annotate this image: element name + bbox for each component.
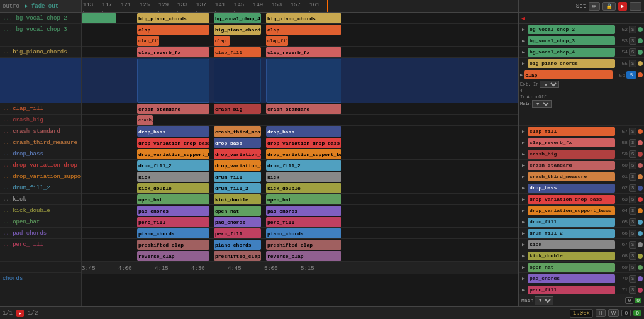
s-btn-kick[interactable]: S (629, 241, 636, 249)
play-icon-crb[interactable]: ▶ (520, 151, 526, 157)
s-btn-cf[interactable]: S (629, 128, 636, 135)
clip[interactable]: drop_bass (137, 126, 209, 137)
clip[interactable]: drop_bass (214, 138, 261, 148)
clip[interactable]: drum_fill_2 (137, 160, 209, 171)
clip[interactable]: clap_reverb_fx (266, 47, 341, 57)
clip[interactable]: clap (137, 25, 209, 35)
play-icon-dvs[interactable]: ▶ (520, 208, 526, 214)
s-btn-dvd[interactable]: S (629, 196, 636, 203)
session-clip-3[interactable]: big_piano_chords (528, 59, 615, 68)
clip[interactable]: drum_fill_2 (266, 160, 341, 171)
clip[interactable]: kick (266, 172, 341, 182)
clip[interactable]: piano_chords (214, 240, 261, 250)
play-icon-3[interactable]: ▶ (520, 60, 526, 67)
session-clip-2[interactable]: bg_vocal_chop_4 (528, 48, 615, 57)
play-icon-pf[interactable]: ▶ (520, 287, 526, 293)
session-clip-pf[interactable]: perc_fill (528, 286, 615, 294)
s-btn-pf[interactable]: S (629, 286, 636, 294)
s-btn-1[interactable]: S (629, 37, 636, 45)
play-icon-dvd[interactable]: ▶ (520, 196, 526, 203)
clip[interactable]: perc_fill (137, 217, 209, 227)
play-icon-db[interactable]: ▶ (520, 185, 526, 191)
clip[interactable]: bg_vocal_chop_4 (214, 13, 261, 23)
clip[interactable]: drop_variation_drop_bass (137, 138, 209, 148)
clip[interactable]: drop_variation_support_bass (137, 149, 209, 159)
s-btn-crt[interactable]: S (629, 173, 636, 181)
clip[interactable]: drop_bass (266, 126, 341, 137)
clip[interactable]: pad_chords (137, 206, 209, 216)
clip[interactable]: open_hat (214, 206, 261, 216)
play-icon-cf[interactable]: ▶ (520, 128, 526, 135)
session-clip-db[interactable]: drop_bass (528, 184, 615, 193)
expand-arrow-btn[interactable]: ◀ (521, 14, 525, 22)
clip[interactable]: piano_chords (137, 228, 209, 238)
clip[interactable]: kick (137, 172, 209, 182)
clip[interactable]: perc_fill (266, 217, 341, 227)
play-icon-0[interactable]: ▶ (520, 26, 526, 33)
play-icon-1[interactable]: ▶ (520, 38, 526, 44)
clip[interactable]: crash_third_measure (214, 126, 261, 137)
record-btn-bottom[interactable]: ▶ (16, 310, 24, 317)
clip[interactable]: kick_double (137, 183, 209, 193)
session-clip-df2[interactable]: drum_fill_2 (528, 229, 615, 238)
clip[interactable]: drum_fill_2 (214, 183, 261, 193)
clip[interactable]: crash_standard (266, 104, 341, 114)
session-clip-1[interactable]: bg_vocal_chop_3 (528, 36, 615, 45)
s-btn-2[interactable]: S (629, 48, 636, 56)
session-clip-kd[interactable]: kick_double (528, 252, 615, 260)
clip[interactable]: drop_variation_drop_bass (266, 138, 341, 148)
clap-active-num[interactable]: 5 (626, 71, 636, 79)
clip[interactable]: clap_fill (137, 36, 159, 46)
session-clip-df[interactable]: drum_fill (528, 218, 615, 227)
play-icon-kick[interactable]: ▶ (520, 242, 526, 248)
s-btn-crs[interactable]: S (629, 162, 636, 169)
play-icon-pc[interactable]: ▶ (520, 276, 526, 282)
clip[interactable]: pad_chords (266, 206, 341, 216)
session-clip-crb[interactable]: crash_big (528, 150, 615, 159)
clip[interactable]: drop_variation_drop_bass (214, 149, 261, 159)
play-icon-oh[interactable]: ▶ (520, 264, 526, 271)
s-btn-crfx[interactable]: S (629, 139, 636, 147)
record-button[interactable]: ▶ (618, 2, 627, 11)
clip[interactable]: preshifted_clap (266, 240, 341, 250)
clip[interactable]: preshifted_clap (137, 240, 209, 250)
clip[interactable]: reverse_clap (137, 251, 209, 261)
session-clip-kick[interactable]: kick (528, 240, 615, 249)
session-clip-crs[interactable]: crash_standard (528, 161, 615, 170)
w-btn[interactable]: W (608, 309, 619, 317)
session-clip-crt[interactable]: crash_third_measure (528, 172, 615, 181)
s-btn-db[interactable]: S (629, 184, 636, 192)
clip[interactable]: clap_reverb_fx (137, 47, 209, 57)
clip-midi-block[interactable] (137, 59, 209, 103)
s-btn-oh[interactable]: S (629, 264, 636, 271)
session-clip-0[interactable]: bg_vocal_chop_2 (528, 25, 615, 34)
s-btn-df2[interactable]: S (629, 230, 636, 237)
clip-midi-block-2[interactable] (214, 59, 261, 103)
clap-in-btn[interactable]: In (520, 94, 525, 99)
main-select-dropdown[interactable]: ▼ (535, 296, 553, 305)
clip[interactable]: crash_big (214, 104, 261, 114)
s-btn-df[interactable]: S (629, 218, 636, 226)
set-extra-btn[interactable]: ⋯ (630, 2, 641, 11)
play-icon-df[interactable]: ▶ (520, 219, 526, 225)
clip[interactable]: clap_fill (214, 47, 261, 57)
s-btn-pc[interactable]: S (629, 275, 636, 283)
s-btn-kd[interactable]: S (629, 252, 636, 260)
clap-off-btn[interactable]: Off (538, 94, 547, 99)
clip[interactable]: perc_fill (214, 228, 261, 238)
clip[interactable]: kick_double (266, 183, 341, 193)
clip[interactable]: big_piano_chords (137, 13, 209, 23)
play-icon-crt[interactable]: ▶ (520, 174, 526, 180)
clip[interactable]: preshifted_clap (214, 251, 261, 261)
clip[interactable]: big_piano_chords (266, 13, 341, 23)
set-pencil-btn[interactable]: ✏ (589, 2, 600, 11)
clip[interactable]: reverse_clap (266, 251, 341, 261)
clap-clip-btn[interactable]: clap (524, 70, 613, 79)
h-btn[interactable]: H (596, 309, 606, 317)
play-icon-df2[interactable]: ▶ (520, 230, 526, 237)
session-clip-crfx[interactable]: clap_reverb_fx (528, 138, 615, 147)
session-clip-pc[interactable]: pad_chords (528, 274, 615, 283)
clip[interactable]: clap (266, 25, 341, 35)
clip[interactable]: clap (214, 36, 230, 46)
session-clip-dvd[interactable]: drop_variation_drop_bass (528, 195, 615, 204)
